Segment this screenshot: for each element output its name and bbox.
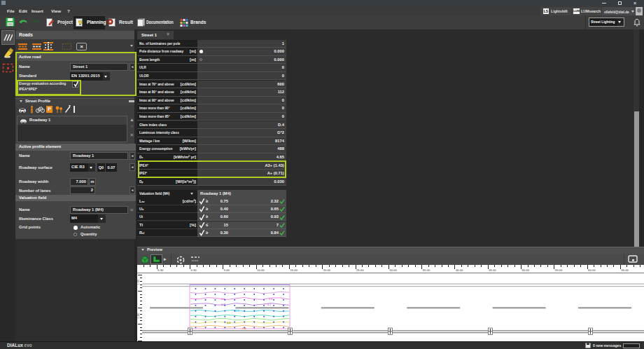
svg-text:0.6: 0.6 <box>269 297 273 301</box>
svg-text:0.8: 0.8 <box>235 309 239 313</box>
svg-text:0.7: 0.7 <box>267 303 272 306</box>
svg-text:0.5: 0.5 <box>227 321 231 324</box>
